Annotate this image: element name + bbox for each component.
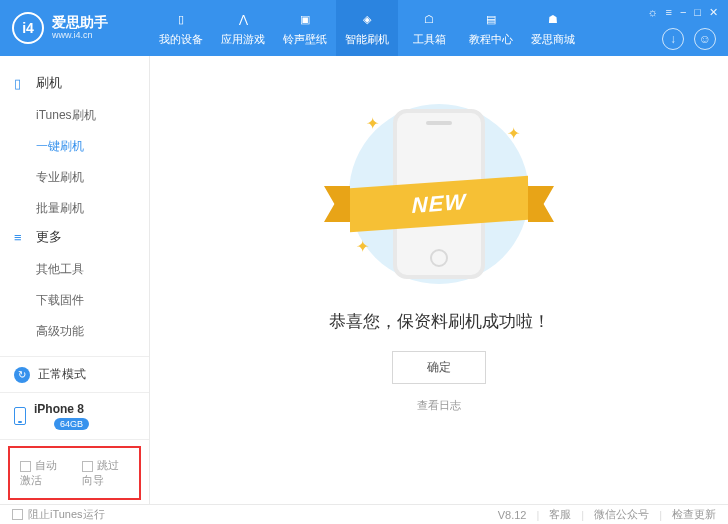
support-link[interactable]: 客服 [549,507,571,522]
flash-icon: ◈ [357,9,377,29]
success-illustration: ✦ ✦ ✦ NEW [334,104,544,284]
ok-button[interactable]: 确定 [392,351,486,384]
storage-badge: 64GB [54,418,89,430]
checkbox-skip-guide[interactable]: 跳过向导 [82,458,130,488]
menu-icon[interactable]: ≡ [665,6,671,18]
title-bar: i4 爱思助手 www.i4.cn ▯我的设备 ⋀应用游戏 ▣铃声壁纸 ◈智能刷… [0,0,728,56]
more-icon: ≡ [14,230,28,245]
skin-icon[interactable]: ☼ [647,6,657,18]
tab-toolbox[interactable]: ☖工具箱 [398,0,460,56]
brand-url: www.i4.cn [52,31,108,41]
sidebar-section-flash: ▯刷机 [0,70,149,100]
brand-logo-icon: i4 [12,12,44,44]
sidebar-item-batch-flash[interactable]: 批量刷机 [0,193,149,224]
sidebar: ▯刷机 iTunes刷机 一键刷机 专业刷机 批量刷机 ≡更多 其他工具 下载固… [0,56,150,504]
tab-store[interactable]: ☗爱思商城 [522,0,584,56]
checkbox-block-itunes[interactable]: 阻止iTunes运行 [12,507,105,522]
toolbox-icon: ☖ [419,9,439,29]
phone-icon: ▯ [171,9,191,29]
version-label: V8.12 [498,509,527,521]
ribbon-label: NEW [350,176,528,232]
check-update-link[interactable]: 检查更新 [672,507,716,522]
top-tabbar: ▯我的设备 ⋀应用游戏 ▣铃声壁纸 ◈智能刷机 ☖工具箱 ▤教程中心 ☗爱思商城 [150,0,647,56]
close-icon[interactable]: ✕ [709,6,718,19]
wallpaper-icon: ▣ [295,9,315,29]
checkbox-auto-activate[interactable]: 自动激活 [20,458,68,488]
status-bar: 阻止iTunes运行 V8.12 | 客服 | 微信公众号 | 检查更新 [0,504,728,524]
wechat-link[interactable]: 微信公众号 [594,507,649,522]
tab-apps-games[interactable]: ⋀应用游戏 [212,0,274,56]
device-name: iPhone 8 [34,402,89,416]
sparkle-icon: ✦ [366,114,379,133]
tab-smart-flash[interactable]: ◈智能刷机 [336,0,398,56]
phone-outline-icon: ▯ [14,76,28,91]
tab-my-device[interactable]: ▯我的设备 [150,0,212,56]
tutorial-icon: ▤ [481,9,501,29]
sidebar-item-pro-flash[interactable]: 专业刷机 [0,162,149,193]
device-info[interactable]: iPhone 8 64GB [0,393,149,440]
brand-name: 爱思助手 [52,15,108,30]
minimize-icon[interactable]: − [680,6,686,18]
highlighted-options: 自动激活 跳过向导 [8,446,141,500]
success-message: 恭喜您，保资料刷机成功啦！ [329,310,550,333]
user-icon[interactable]: ☺ [694,28,716,50]
store-icon: ☗ [543,9,563,29]
sidebar-item-oneclick-flash[interactable]: 一键刷机 [0,131,149,162]
maximize-icon[interactable]: □ [694,6,701,18]
sidebar-item-download-firmware[interactable]: 下载固件 [0,285,149,316]
brand-block: i4 爱思助手 www.i4.cn [0,0,150,56]
download-icon[interactable]: ↓ [662,28,684,50]
sidebar-item-advanced[interactable]: 高级功能 [0,316,149,347]
view-log-link[interactable]: 查看日志 [417,398,461,413]
sparkle-icon: ✦ [507,124,520,143]
refresh-icon: ↻ [14,367,30,383]
apps-icon: ⋀ [233,9,253,29]
sidebar-item-other-tools[interactable]: 其他工具 [0,254,149,285]
tab-tutorials[interactable]: ▤教程中心 [460,0,522,56]
device-phone-icon [14,407,26,425]
sidebar-section-more: ≡更多 [0,224,149,254]
sparkle-icon: ✦ [356,237,369,256]
sidebar-item-itunes-flash[interactable]: iTunes刷机 [0,100,149,131]
device-mode[interactable]: ↻正常模式 [0,357,149,393]
new-ribbon: NEW [324,182,554,226]
tab-ringtones[interactable]: ▣铃声壁纸 [274,0,336,56]
main-panel: ✦ ✦ ✦ NEW 恭喜您，保资料刷机成功啦！ 确定 查看日志 [150,56,728,504]
